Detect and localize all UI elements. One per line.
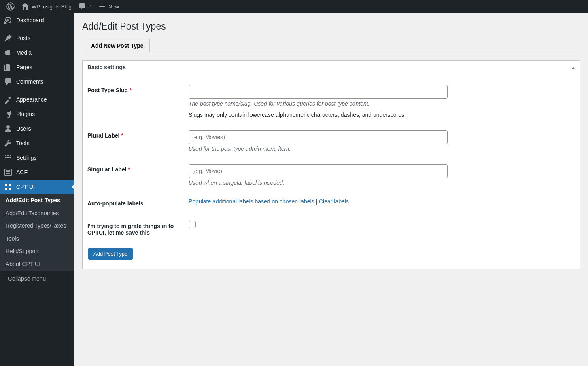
tab-add-new-post-type[interactable]: Add New Post Type xyxy=(85,39,150,53)
svg-rect-0 xyxy=(5,169,11,176)
sidebar-item-comments[interactable]: Comments xyxy=(0,74,74,89)
sidebar-item-label: Pages xyxy=(16,64,32,70)
site-name: WP Insights Blog xyxy=(32,4,72,10)
sidebar-item-label: Plugins xyxy=(16,111,35,117)
admin-bar: WP Insights Blog 0 New xyxy=(0,0,588,13)
panel-body: Post Type Slug * The post type name/slug… xyxy=(83,74,580,269)
submenu-item-add-edit-taxonomies[interactable]: Add/Edit Taxonomies xyxy=(0,207,74,220)
link-separator: | xyxy=(314,198,319,205)
settings-icon xyxy=(4,154,12,162)
panel-toggle[interactable]: ▴ xyxy=(572,64,575,70)
sidebar-item-users[interactable]: Users xyxy=(0,121,74,136)
sidebar-item-appearance[interactable]: Appearance xyxy=(0,92,74,107)
clear-labels-link[interactable]: Clear labels xyxy=(319,198,349,205)
users-icon xyxy=(4,125,12,133)
panel-title: Basic settings xyxy=(87,64,126,70)
sidebar-item-label: Dashboard xyxy=(16,17,44,23)
svg-rect-4 xyxy=(8,173,10,174)
submenu-label: About CPT UI xyxy=(6,261,40,267)
chevron-up-icon: ▴ xyxy=(572,64,575,70)
nav-tabs: Add New Post Type xyxy=(82,38,580,52)
page-title: Add/Edit Post Types xyxy=(82,17,580,34)
comments-icon xyxy=(4,78,12,86)
site-name-link[interactable]: WP Insights Blog xyxy=(18,0,75,13)
tab-label: Add New Post Type xyxy=(91,42,144,49)
panel-basic-settings: Basic settings ▴ Post Type Slug * The po… xyxy=(82,60,580,269)
field-row-slug: Post Type Slug * The post type name/slug… xyxy=(87,79,575,124)
media-icon xyxy=(4,49,12,57)
new-label: New xyxy=(108,4,119,10)
field-description: Used when a singular label is needed. xyxy=(189,180,571,186)
wordpress-icon xyxy=(6,2,15,11)
wp-logo[interactable] xyxy=(3,0,18,13)
post-type-slug-input[interactable] xyxy=(189,85,448,99)
sidebar-item-dashboard[interactable]: Dashboard xyxy=(0,13,74,28)
field-label: Post Type Slug xyxy=(87,87,128,93)
svg-rect-5 xyxy=(5,184,7,186)
submenu-item-tools[interactable]: Tools xyxy=(0,233,74,245)
submenu-item-about-cpt-ui[interactable]: About CPT UI xyxy=(0,258,74,271)
sidebar-submenu-cptui: Add/Edit Post Types Add/Edit Taxonomies … xyxy=(0,194,74,271)
button-label: Add Post Type xyxy=(93,251,127,257)
sidebar-item-settings[interactable]: Settings xyxy=(0,150,74,165)
submenu-label: Add/Edit Post Types xyxy=(6,197,60,203)
tools-icon xyxy=(4,139,12,147)
sidebar-item-label: Users xyxy=(16,125,31,132)
sidebar-item-tools[interactable]: Tools xyxy=(0,136,74,150)
submenu-label: Registered Types/Taxes xyxy=(6,222,66,229)
pages-icon xyxy=(4,63,12,71)
dashboard-icon xyxy=(4,16,12,24)
sidebar-item-acf[interactable]: ACF xyxy=(0,165,74,180)
svg-rect-7 xyxy=(5,188,7,190)
svg-rect-6 xyxy=(9,184,11,186)
field-row-plural: Plural Label * Used for the post type ad… xyxy=(87,124,575,158)
admin-sidebar: Dashboard Posts Media Pages Comments App… xyxy=(0,13,74,366)
sidebar-separator xyxy=(0,28,74,31)
svg-rect-2 xyxy=(8,170,10,172)
add-post-type-button[interactable]: Add Post Type xyxy=(88,248,133,260)
panel-header: Basic settings ▴ xyxy=(83,61,580,74)
migrate-checkbox[interactable] xyxy=(189,221,196,228)
sidebar-item-pages[interactable]: Pages xyxy=(0,60,74,74)
cptui-icon xyxy=(4,183,12,191)
comments-link[interactable]: 0 xyxy=(75,0,95,13)
submenu-item-help-support[interactable]: Help/Support xyxy=(0,245,74,258)
sidebar-item-label: Tools xyxy=(16,140,30,146)
submenu-item-registered-types-taxes[interactable]: Registered Types/Taxes xyxy=(0,220,74,233)
singular-label-input[interactable] xyxy=(189,164,448,178)
field-row-auto-populate: Auto-populate labels Populate additional… xyxy=(87,192,575,215)
comments-count: 0 xyxy=(89,4,91,10)
field-label: I'm trying to migrate things in to CPTUI… xyxy=(87,223,174,236)
populate-labels-link[interactable]: Populate additional labels based on chos… xyxy=(189,198,314,205)
collapse-menu[interactable]: Collapse menu xyxy=(0,271,74,286)
sidebar-item-label: Media xyxy=(16,49,32,56)
field-note: Slugs may only contain lowercase alphanu… xyxy=(189,112,571,118)
svg-rect-8 xyxy=(9,188,11,190)
new-content-link[interactable]: New xyxy=(95,0,122,13)
appearance-icon xyxy=(4,95,12,104)
sidebar-item-posts[interactable]: Posts xyxy=(0,31,74,45)
comment-icon xyxy=(78,2,86,11)
plugins-icon xyxy=(4,110,12,118)
sidebar-item-cptui[interactable]: CPT UI xyxy=(0,180,74,194)
submenu-item-add-edit-post-types[interactable]: Add/Edit Post Types xyxy=(0,194,74,207)
sidebar-item-plugins[interactable]: Plugins xyxy=(0,107,74,121)
main-content: Add/Edit Post Types Add New Post Type Ba… xyxy=(74,0,588,285)
submenu-label: Help/Support xyxy=(6,248,39,254)
sidebar-item-label: Settings xyxy=(16,154,37,161)
field-label: Singular Label xyxy=(87,166,126,173)
sidebar-item-label: CPT UI xyxy=(16,184,35,190)
plural-label-input[interactable] xyxy=(189,130,448,144)
field-description: Used for the post type admin menu item. xyxy=(189,146,571,152)
submenu-label: Tools xyxy=(6,235,19,242)
submenu-label: Add/Edit Taxonomies xyxy=(6,210,59,216)
field-description: The post type name/slug. Used for variou… xyxy=(189,100,571,107)
sidebar-separator xyxy=(0,89,74,92)
sidebar-item-media[interactable]: Media xyxy=(0,45,74,60)
sidebar-item-label: Posts xyxy=(16,35,30,41)
home-icon xyxy=(21,2,29,11)
svg-rect-3 xyxy=(6,173,8,174)
field-label: Plural Label xyxy=(87,132,119,139)
sidebar-item-label: Comments xyxy=(16,78,44,85)
field-label: Auto-populate labels xyxy=(87,200,143,207)
